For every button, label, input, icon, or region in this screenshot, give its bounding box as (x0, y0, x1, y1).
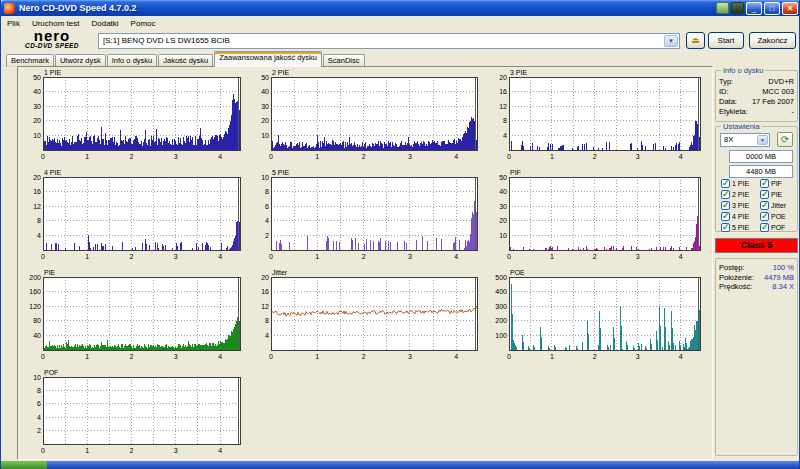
checkbox-icon[interactable] (721, 179, 730, 188)
svg-text:12: 12 (33, 203, 41, 210)
position-label: Położenie: (719, 273, 754, 283)
svg-text:3: 3 (636, 353, 640, 360)
svg-text:80: 80 (33, 317, 41, 324)
checkbox-icon[interactable] (760, 179, 769, 188)
svg-text:40: 40 (499, 188, 507, 195)
svg-text:3: 3 (636, 153, 640, 160)
chart-pif: PIF504030201001234 (489, 168, 705, 264)
svg-text:0: 0 (507, 353, 511, 360)
checkbox-icon[interactable] (760, 212, 769, 221)
svg-text:4: 4 (679, 253, 683, 260)
svg-text:0: 0 (41, 447, 45, 454)
svg-text:4: 4 (454, 153, 458, 160)
progress-value: 100 % (773, 263, 794, 273)
refresh-button[interactable]: ⟳ (777, 132, 793, 147)
speed-select[interactable]: 8X ▼ (720, 133, 770, 147)
svg-text:1: 1 (85, 153, 89, 160)
checkbox-icon[interactable] (760, 223, 769, 232)
checkbox-pof[interactable]: POF (760, 223, 796, 232)
settings-group: Ustawienia 8X ▼ ⟳ 0000 MB 4480 MB 1 PIE … (715, 126, 798, 232)
app-icon (4, 3, 15, 14)
nero-logo: nero CD-DVD SPEED (9, 29, 95, 49)
curve-checkboxes: 1 PIE PIF 2 PIE PIE 3 PIE Jitter 4 PIE P… (721, 179, 796, 232)
cdspeed-logo-text: CD-DVD SPEED (9, 42, 95, 49)
taskbar[interactable] (0, 461, 800, 469)
start-button[interactable]: Start (708, 32, 744, 49)
disc-date-label: Data: (719, 97, 737, 107)
svg-text:200: 200 (29, 274, 41, 281)
eject-button[interactable]: ⏏ (686, 32, 705, 49)
svg-text:4: 4 (218, 253, 222, 260)
checkbox-1pie[interactable]: 1 PIE (721, 179, 760, 188)
disc-type-value: DVD+R (768, 77, 794, 87)
disc-info-group-title: Info o dysku (721, 66, 765, 75)
svg-text:1: 1 (315, 353, 319, 360)
class-banner: Class 5 (715, 238, 798, 253)
app-window: Nero CD-DVD Speed 4.7.0.2 _ □ ✕ Plik Uru… (0, 0, 800, 469)
svg-text:20: 20 (33, 117, 41, 124)
checkbox-5pie[interactable]: 5 PIE (721, 223, 760, 232)
checkbox-icon[interactable] (721, 223, 730, 232)
svg-text:0: 0 (507, 153, 511, 160)
checkbox-2pie[interactable]: 2 PIE (721, 190, 760, 199)
svg-text:16: 16 (33, 188, 41, 195)
close-button[interactable]: ✕ (782, 2, 798, 15)
chart-title: PIF (510, 169, 521, 176)
svg-text:6: 6 (265, 203, 269, 210)
checkbox-icon[interactable] (721, 190, 730, 199)
chart-title: 4 PIE (44, 169, 61, 176)
svg-text:50: 50 (33, 74, 41, 81)
svg-text:20: 20 (33, 174, 41, 181)
charts-region: 1 PIE5040302010012342 PIE504030201001234… (17, 66, 713, 460)
checkbox-3pie[interactable]: 3 PIE (721, 201, 760, 210)
speed-select-value: 8X (724, 135, 733, 144)
svg-text:30: 30 (33, 103, 41, 110)
quit-button[interactable]: Zakończ (749, 32, 796, 49)
svg-text:500: 500 (495, 274, 507, 281)
tab-strip: Benchmark Utwórz dysk Info o dysku Jakoś… (6, 51, 366, 67)
checkbox-icon[interactable] (721, 201, 730, 210)
settings-group-title: Ustawienia (721, 122, 762, 131)
svg-text:2: 2 (362, 253, 366, 260)
maximize-button[interactable]: □ (764, 2, 780, 15)
svg-text:3: 3 (174, 253, 178, 260)
checkbox-pif[interactable]: PIF (760, 179, 796, 188)
svg-text:10: 10 (33, 132, 41, 139)
svg-text:2: 2 (593, 353, 597, 360)
svg-text:1: 1 (550, 253, 554, 260)
svg-text:8: 8 (37, 217, 41, 224)
svg-text:30: 30 (499, 203, 507, 210)
taskbar-start-button[interactable] (0, 461, 47, 469)
menu-dodatki[interactable]: Dodatki (85, 19, 124, 28)
checkbox-jitter[interactable]: Jitter (760, 201, 796, 210)
svg-text:4: 4 (454, 253, 458, 260)
svg-text:3: 3 (174, 447, 178, 454)
checkbox-icon[interactable] (760, 190, 769, 199)
disc-type-row: Typ:DVD+R (719, 77, 794, 87)
position-value: 4479 MB (764, 273, 794, 283)
chevron-down-icon[interactable]: ▼ (757, 135, 768, 145)
checkbox-icon[interactable] (760, 201, 769, 210)
checkbox-icon[interactable] (721, 212, 730, 221)
chevron-down-icon[interactable]: ▼ (664, 35, 678, 47)
chart-jitter: Jitter2016128401234 (251, 268, 482, 364)
svg-text:3: 3 (408, 353, 412, 360)
disc-info-group: Info o dysku Typ:DVD+R ID:MCC 003 Data:1… (715, 70, 798, 122)
svg-text:40: 40 (33, 88, 41, 95)
chart-pie5: 5 PIE10864201234 (251, 168, 482, 264)
checkbox-pie[interactable]: PIE (760, 190, 796, 199)
checkbox-4pie[interactable]: 4 PIE (721, 212, 760, 221)
checkbox-poe[interactable]: POE (760, 212, 796, 221)
svg-text:2: 2 (130, 353, 134, 360)
svg-text:3: 3 (408, 253, 412, 260)
menu-plik[interactable]: Plik (1, 19, 26, 28)
start-position-field[interactable]: 0000 MB (729, 150, 793, 163)
end-position-field[interactable]: 4480 MB (729, 165, 793, 178)
svg-text:8: 8 (37, 387, 41, 394)
svg-text:4: 4 (679, 153, 683, 160)
tab-advanced-disc-quality[interactable]: Zaawansowana jakość dysku (214, 51, 322, 67)
drive-select[interactable]: [S:1] BENQ DVD LS DW1655 BCIB ▼ (98, 33, 680, 49)
svg-text:4: 4 (218, 353, 222, 360)
minimize-button[interactable]: _ (746, 2, 762, 15)
menu-pomoc[interactable]: Pomoc (125, 19, 162, 28)
